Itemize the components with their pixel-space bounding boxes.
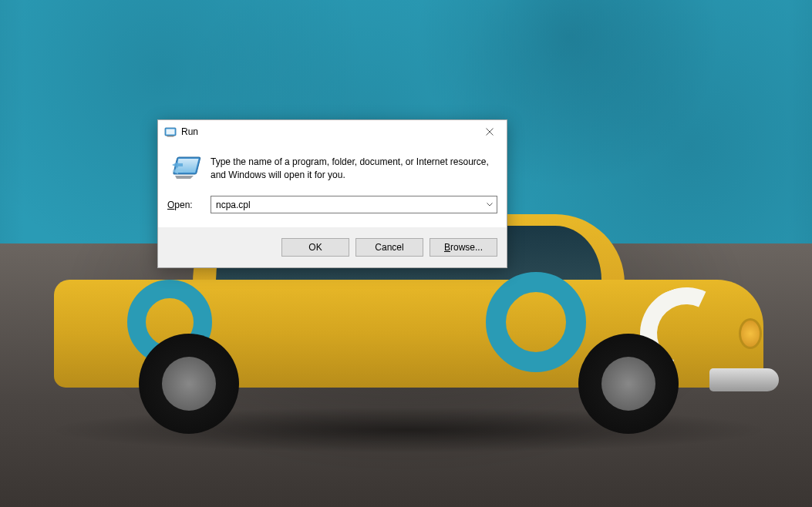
browse-button[interactable]: Browse... [430,238,497,257]
titlebar-title: Run [181,126,472,137]
open-input[interactable] [211,196,483,213]
open-row: Open: [167,196,497,213]
wallpaper-car-wheel [578,334,679,434]
dialog-body: Type the name of a program, folder, docu… [158,143,507,227]
wallpaper-decor-circle [486,272,586,372]
run-app-icon [170,154,201,182]
open-combobox[interactable] [211,196,497,213]
wallpaper-car-taillight [739,318,762,349]
open-label: Open: [167,200,211,210]
run-titlebar-icon [164,126,177,138]
chevron-down-icon [487,203,493,206]
combobox-dropdown-button[interactable] [483,196,497,213]
close-button[interactable] [472,121,507,143]
description-row: Type the name of a program, folder, docu… [167,154,497,182]
description-text: Type the name of a program, folder, docu… [211,154,497,182]
run-dialog: Run [157,119,507,268]
wallpaper-car-bumper [709,368,779,391]
cancel-button[interactable]: Cancel [355,238,423,257]
svg-rect-1 [167,129,175,135]
dialog-footer: OK Cancel Browse... [158,227,507,267]
ok-button[interactable]: OK [281,238,349,257]
close-icon [486,128,494,136]
titlebar[interactable]: Run [158,120,507,143]
wallpaper-car-wheel [139,334,239,434]
